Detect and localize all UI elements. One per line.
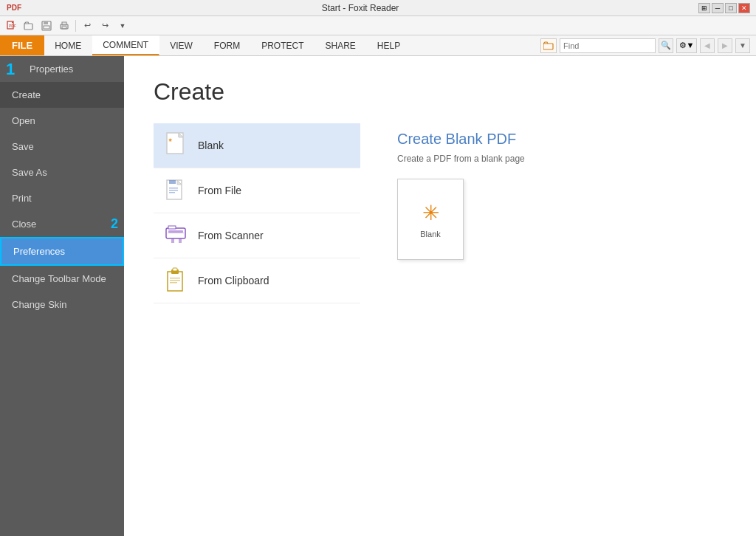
svg-rect-26 — [168, 226, 176, 229]
sidebar: 1 Properties Create Open Save Save As Pr… — [0, 56, 124, 536]
sidebar-item-change-skin[interactable]: Change Skin — [0, 292, 124, 317]
create-options: ✳ Blank — [154, 123, 726, 303]
tab-home[interactable]: HOME — [44, 35, 92, 55]
create-label-blank: Blank — [198, 140, 224, 151]
sidebar-item-print[interactable]: Print — [0, 185, 124, 211]
sidebar-item-create[interactable]: Create — [0, 82, 124, 108]
minimize-button[interactable]: ─ — [712, 3, 724, 13]
ribbon-bar: FILE HOME COMMENT VIEW FORM PROTECT SHAR… — [0, 35, 756, 56]
svg-rect-9 — [62, 27, 66, 29]
badge-2: 2 — [111, 216, 118, 232]
title-bar: PDF Start - Foxit Reader ⊞ ─ □ ✕ — [0, 0, 756, 16]
maximize-button[interactable]: □ — [725, 3, 737, 13]
window-controls[interactable]: ⊞ ─ □ ✕ — [698, 3, 750, 13]
preview-title: Create Blank PDF — [397, 131, 712, 148]
sidebar-item-preferences[interactable]: Preferences — [0, 237, 124, 266]
svg-text:✳: ✳ — [168, 138, 172, 142]
sidebar-label-preferences: Preferences — [13, 246, 65, 257]
sidebar-item-change-toolbar[interactable]: Change Toolbar Mode — [0, 266, 124, 292]
sidebar-label-save: Save — [12, 141, 34, 152]
tile-button[interactable]: ⊞ — [698, 3, 710, 13]
svg-rect-5 — [44, 21, 48, 24]
create-item-from-file[interactable]: From File — [154, 168, 360, 213]
svg-rect-17 — [169, 180, 176, 184]
svg-rect-19 — [169, 190, 178, 191]
from-clipboard-icon — [165, 269, 189, 292]
sidebar-label-create: Create — [12, 89, 41, 100]
search-go-button[interactable]: 🔍 — [659, 38, 673, 53]
svg-rect-22 — [168, 230, 183, 233]
svg-rect-31 — [170, 280, 180, 281]
tab-form[interactable]: FORM — [204, 35, 251, 55]
svg-rect-32 — [170, 282, 177, 284]
nav-back-button[interactable]: ◀ — [700, 38, 715, 53]
redo-button[interactable]: ↪ — [97, 18, 113, 33]
from-scanner-icon — [165, 224, 189, 247]
sidebar-label-change-skin: Change Skin — [12, 299, 66, 310]
svg-rect-24 — [171, 238, 174, 243]
create-list: ✳ Blank — [154, 123, 360, 303]
svg-rect-3 — [24, 24, 32, 30]
sidebar-label-properties: Properties — [30, 63, 73, 75]
svg-rect-23 — [168, 233, 184, 233]
svg-rect-20 — [169, 192, 175, 193]
svg-rect-27 — [168, 272, 182, 291]
toolbar-separator — [75, 20, 76, 32]
svg-rect-6 — [44, 26, 49, 29]
sidebar-label-print: Print — [12, 193, 32, 204]
window-title: Start - Foxit Reader — [22, 3, 698, 13]
from-file-icon — [165, 179, 189, 202]
badge-1: 1 — [6, 60, 15, 79]
preview-box-label: Blank — [420, 230, 441, 238]
svg-text:PDF: PDF — [9, 24, 16, 28]
sidebar-item-properties[interactable]: 1 Properties — [0, 56, 124, 82]
search-area: 🔍 ⚙▼ ◀ ▶ ▼ — [540, 35, 756, 55]
sidebar-item-close[interactable]: Close 2 — [0, 211, 124, 237]
create-label-from-file: From File — [198, 185, 241, 196]
create-label-from-scanner: From Scanner — [198, 230, 264, 241]
svg-rect-29 — [173, 268, 177, 271]
create-item-blank[interactable]: ✳ Blank — [154, 123, 360, 168]
nav-extra-button[interactable]: ▼ — [735, 38, 750, 53]
tab-view[interactable]: VIEW — [159, 35, 204, 55]
preview-description: Create a PDF from a blank page — [397, 154, 712, 164]
tab-protect[interactable]: PROTECT — [251, 35, 315, 55]
undo-button[interactable]: ↩ — [79, 18, 95, 33]
sidebar-item-save-as[interactable]: Save As — [0, 159, 124, 185]
page-title: Create — [154, 78, 726, 106]
content-area: Create ✳ Blank — [124, 56, 756, 536]
app-icon: PDF — [6, 1, 22, 16]
save-button[interactable] — [38, 18, 55, 33]
settings-button[interactable]: ⚙▼ — [676, 38, 697, 53]
sidebar-label-change-toolbar: Change Toolbar Mode — [12, 273, 106, 284]
sidebar-label-save-as: Save As — [12, 167, 47, 178]
preview-box-icon: ✳ — [422, 201, 439, 225]
close-button[interactable]: ✕ — [738, 3, 750, 13]
new-button[interactable]: PDF — [3, 18, 19, 33]
main-container: 1 Properties Create Open Save Save As Pr… — [0, 56, 756, 536]
svg-rect-10 — [543, 44, 553, 49]
svg-rect-18 — [169, 188, 178, 189]
file-tab[interactable]: FILE — [0, 35, 44, 55]
preview-box: ✳ Blank — [397, 179, 464, 260]
title-bar-left: PDF — [6, 1, 22, 16]
create-preview: Create Blank PDF Create a PDF from a bla… — [382, 123, 726, 303]
search-folder-button[interactable] — [540, 38, 557, 53]
tab-help[interactable]: HELP — [367, 35, 411, 55]
tab-share[interactable]: SHARE — [315, 35, 367, 55]
svg-rect-30 — [170, 278, 180, 279]
open-file-button[interactable] — [21, 18, 37, 33]
sidebar-item-save[interactable]: Save — [0, 134, 124, 159]
customize-button[interactable]: ▼ — [114, 18, 131, 33]
svg-rect-25 — [179, 238, 182, 243]
create-item-from-scanner[interactable]: From Scanner — [154, 213, 360, 258]
print-button[interactable] — [56, 18, 72, 33]
search-input[interactable] — [560, 38, 656, 53]
tab-comment[interactable]: COMMENT — [92, 35, 159, 55]
quick-toolbar: PDF ↩ ↪ ▼ — [0, 16, 756, 35]
sidebar-label-close: Close — [12, 219, 36, 230]
create-item-from-clipboard[interactable]: From Clipboard — [154, 258, 360, 303]
sidebar-item-open[interactable]: Open — [0, 108, 124, 134]
nav-forward-button[interactable]: ▶ — [718, 38, 732, 53]
blank-icon: ✳ — [165, 134, 189, 157]
